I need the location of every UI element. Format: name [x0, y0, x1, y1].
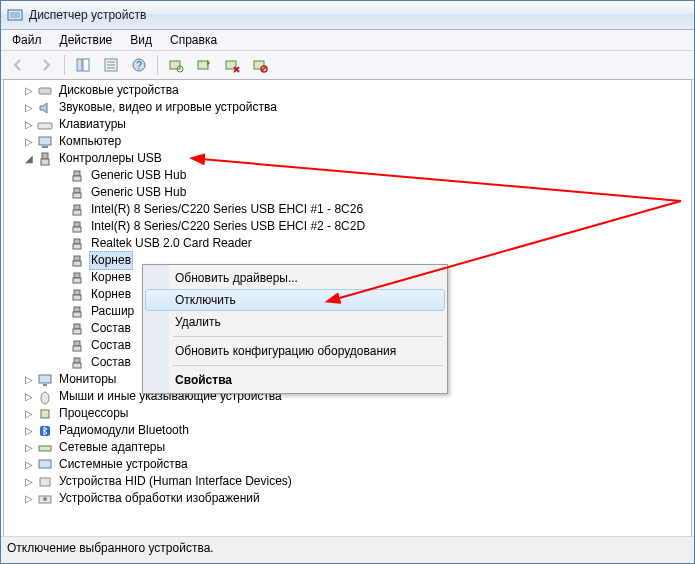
svg-rect-50: [43, 384, 47, 386]
ctx-delete[interactable]: Удалить: [145, 311, 445, 333]
svg-rect-36: [73, 261, 81, 266]
tree-node-cpus[interactable]: ▷Процессоры: [8, 405, 691, 422]
svg-rect-31: [74, 222, 80, 227]
svg-rect-23: [42, 153, 48, 159]
svg-rect-25: [74, 171, 80, 176]
svg-rect-48: [73, 363, 81, 368]
help-button[interactable]: ?: [126, 52, 152, 78]
svg-rect-2: [77, 59, 82, 71]
svg-rect-28: [73, 193, 81, 198]
svg-rect-32: [73, 227, 81, 232]
network-icon: [37, 440, 53, 456]
tree-node-audio[interactable]: ▷Звуковые, видео и игровые устройства: [8, 99, 691, 116]
usb-device-icon: [69, 355, 85, 371]
titlebar: Диспетчер устройств: [1, 1, 694, 30]
usb-device-icon: [69, 185, 85, 201]
svg-rect-10: [170, 61, 180, 69]
tree-node-disks[interactable]: ▷Дисковые устройства: [8, 82, 691, 99]
tree-node-keyboards[interactable]: ▷Клавиатуры: [8, 116, 691, 133]
svg-point-58: [43, 497, 47, 501]
svg-rect-30: [73, 210, 81, 215]
tree-node-usb-child[interactable]: ·Realtek USB 2.0 Card Reader: [8, 235, 691, 252]
usb-device-icon: [69, 253, 85, 269]
tree-node-usb-child[interactable]: ·Intel(R) 8 Series/C220 Series USB EHCI …: [8, 218, 691, 235]
svg-rect-1: [10, 12, 20, 18]
disk-icon: [37, 83, 53, 99]
nav-fwd-button[interactable]: [33, 52, 59, 78]
svg-rect-29: [74, 205, 80, 210]
svg-rect-21: [39, 137, 51, 145]
svg-point-51: [41, 392, 49, 404]
bluetooth-icon: [37, 423, 53, 439]
menu-action[interactable]: Действие: [53, 31, 120, 49]
svg-rect-41: [74, 307, 80, 312]
ctx-properties[interactable]: Свойства: [145, 369, 445, 391]
svg-rect-49: [39, 375, 51, 383]
tree-node-hid[interactable]: ▷Устройства HID (Human Interface Devices…: [8, 473, 691, 490]
update-driver-button[interactable]: [191, 52, 217, 78]
toolbar-sep: [64, 55, 65, 75]
status-bar: Отключение выбранного устройства.: [1, 536, 694, 563]
svg-rect-55: [39, 460, 51, 468]
tree-node-bluetooth[interactable]: ▷Радиомодули Bluetooth: [8, 422, 691, 439]
usb-device-icon: [69, 304, 85, 320]
svg-rect-27: [74, 188, 80, 193]
properties-button[interactable]: [98, 52, 124, 78]
computer-icon: [37, 134, 53, 150]
tree-node-imaging[interactable]: ▷Устройства обработки изображений: [8, 490, 691, 507]
context-menu: Обновить драйверы... Отключить Удалить О…: [142, 264, 448, 394]
imaging-icon: [37, 491, 53, 507]
svg-rect-56: [40, 478, 50, 486]
svg-rect-12: [198, 61, 208, 69]
tree-node-network[interactable]: ▷Сетевые адаптеры: [8, 439, 691, 456]
usb-device-icon: [69, 236, 85, 252]
svg-rect-37: [74, 273, 80, 278]
svg-rect-45: [74, 341, 80, 346]
svg-rect-44: [73, 329, 81, 334]
tree-node-usb-controllers[interactable]: ◢Контроллеры USB: [8, 150, 691, 167]
tree-node-usb-child[interactable]: ·Generic USB Hub: [8, 167, 691, 184]
ctx-separator: [173, 336, 443, 337]
svg-rect-19: [39, 88, 51, 94]
svg-rect-26: [73, 176, 81, 181]
usb-device-icon: [69, 219, 85, 235]
svg-rect-46: [73, 346, 81, 351]
tree-node-computer[interactable]: ▷Компьютер: [8, 133, 691, 150]
audio-icon: [37, 100, 53, 116]
menu-file[interactable]: Файл: [5, 31, 49, 49]
menubar: Файл Действие Вид Справка: [1, 30, 694, 51]
nav-back-button[interactable]: [5, 52, 31, 78]
svg-rect-47: [74, 358, 80, 363]
usb-device-icon: [69, 168, 85, 184]
ctx-separator: [173, 365, 443, 366]
disable-button[interactable]: [247, 52, 273, 78]
tree-node-system-devices[interactable]: ▷Системные устройства: [8, 456, 691, 473]
svg-rect-34: [73, 244, 81, 249]
menu-view[interactable]: Вид: [123, 31, 159, 49]
menu-help[interactable]: Справка: [163, 31, 224, 49]
app-icon: [7, 7, 23, 23]
tree-node-usb-child[interactable]: ·Intel(R) 8 Series/C220 Series USB EHCI …: [8, 201, 691, 218]
ctx-scan-hardware[interactable]: Обновить конфигурацию оборудования: [145, 340, 445, 362]
show-hide-tree-button[interactable]: [70, 52, 96, 78]
ctx-disable[interactable]: Отключить: [145, 289, 445, 311]
toolbar-sep: [157, 55, 158, 75]
svg-rect-22: [42, 146, 48, 148]
tree-node-usb-child[interactable]: ·Generic USB Hub: [8, 184, 691, 201]
usb-device-icon: [69, 321, 85, 337]
usb-device-icon: [69, 287, 85, 303]
system-icon: [37, 457, 53, 473]
usb-device-icon: [69, 270, 85, 286]
svg-rect-3: [83, 59, 89, 71]
svg-rect-42: [73, 312, 81, 317]
ctx-update-drivers[interactable]: Обновить драйверы...: [145, 267, 445, 289]
scan-hardware-button[interactable]: [163, 52, 189, 78]
keyboard-icon: [37, 117, 53, 133]
monitor-icon: [37, 372, 53, 388]
svg-text:?: ?: [136, 60, 142, 71]
svg-rect-33: [74, 239, 80, 244]
toolbar: ?: [1, 51, 694, 80]
collapse-icon[interactable]: ◢: [22, 152, 35, 165]
uninstall-button[interactable]: [219, 52, 245, 78]
usb-icon: [37, 151, 53, 167]
